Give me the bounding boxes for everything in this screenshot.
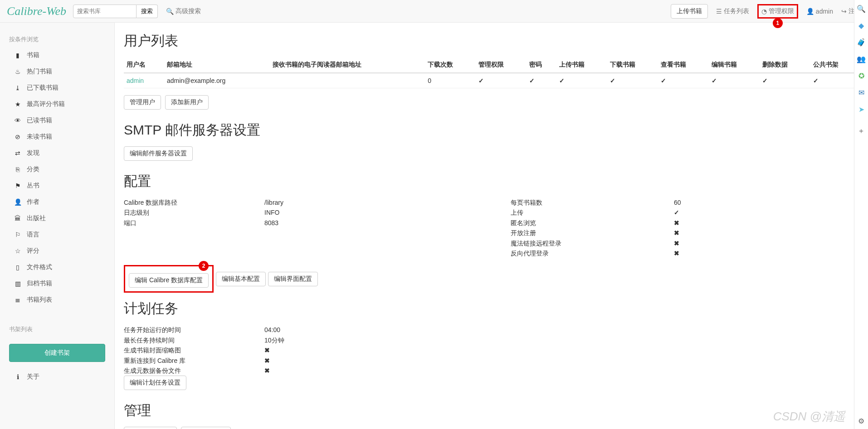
callout-badge-2: 2 xyxy=(199,261,209,271)
config-row: 匿名浏览 xyxy=(511,218,861,228)
config-row: 开放注册 xyxy=(511,228,861,238)
archive-icon: ▥ xyxy=(14,280,21,287)
config-row: 魔法链接远程登录 xyxy=(511,238,861,248)
user-label: admin xyxy=(816,8,833,15)
advanced-search-link[interactable]: 🔍 高级搜索 xyxy=(166,7,201,15)
config-row: 日志级别INFO xyxy=(124,207,474,217)
people-icon[interactable]: 👥 xyxy=(857,55,866,63)
send-icon[interactable]: ➤ xyxy=(858,105,864,114)
advanced-search-label: 高级搜索 xyxy=(176,7,201,15)
table-header: 下载次数 xyxy=(425,57,476,73)
check-icon xyxy=(661,77,666,84)
check-icon xyxy=(712,77,717,84)
edit-calibre-db-button[interactable]: 编辑 Calibre 数据库配置 xyxy=(129,273,209,288)
config-right-column: 每页书籍数60上传匿名浏览开放注册魔法链接远程登录反向代理登录 xyxy=(511,198,861,258)
scheduled-row: 最长任务持续时间10分钟 xyxy=(124,335,861,345)
sidebar-item-0[interactable]: ▮书籍 xyxy=(0,47,114,63)
sidebar-item-label: 已读书籍 xyxy=(27,116,52,125)
star-outline-icon: ☆ xyxy=(14,247,21,255)
edit-scheduled-button[interactable]: 编辑计划任务设置 xyxy=(124,376,186,390)
config-row: Calibre 数据库路径/library xyxy=(124,198,474,207)
cross-icon xyxy=(674,250,679,257)
user-link[interactable]: 👤admin xyxy=(806,8,833,15)
scheduled-row: 重新连接到 Calibre 库 xyxy=(124,356,861,366)
sidebar-item-12[interactable]: ☆评分 xyxy=(0,243,114,259)
admin-permissions-link[interactable]: ◔ 管理权限 1 xyxy=(757,4,798,19)
gear-icon[interactable]: ⚙ xyxy=(858,417,864,425)
fire-icon: ♨ xyxy=(14,68,21,75)
user-icon: 👤 xyxy=(806,8,814,15)
config-row: 上传 xyxy=(511,207,861,217)
table-header: 查看书籍 xyxy=(658,57,709,73)
top-header: Calibre-Web 搜索 🔍 高级搜索 上传书籍 ☰任务列表 ◔ 管理权限 … xyxy=(0,0,868,23)
config-row: 端口8083 xyxy=(124,218,474,228)
sidebar-item-label: 书籍 xyxy=(27,51,39,59)
edit-smtp-button[interactable]: 编辑邮件服务器设置 xyxy=(124,146,193,161)
logout-icon: ↪ xyxy=(841,8,847,15)
sidebar-item-13[interactable]: ▯文件格式 xyxy=(0,259,114,275)
table-row: adminadmin@example.org0 xyxy=(124,73,861,88)
brand-logo[interactable]: Calibre-Web xyxy=(7,5,66,18)
sidebar-item-label: 丛书 xyxy=(27,182,39,190)
flag-icon: ⚐ xyxy=(14,231,21,238)
sidebar-item-label: 归档书籍 xyxy=(27,280,52,288)
inbox-icon: ⎘ xyxy=(14,166,21,173)
header-right-group: 上传书籍 ☰任务列表 ◔ 管理权限 1 👤admin ↪注销 xyxy=(671,4,861,19)
check-icon xyxy=(610,77,615,84)
sidebar-item-11[interactable]: ⚐语言 xyxy=(0,227,114,243)
user-list-title: 用户列表 xyxy=(124,32,861,50)
sidebar-item-1[interactable]: ♨热门书籍 xyxy=(0,63,114,80)
edit-basic-config-button[interactable]: 编辑基本配置 xyxy=(216,272,266,286)
check-icon xyxy=(762,77,768,84)
table-header: 用户名 xyxy=(124,57,164,73)
sidebar-item-5[interactable]: ⊘未读书籍 xyxy=(0,129,114,145)
download-debug-button[interactable]: 下载 Debug 包 xyxy=(124,427,177,429)
check-icon xyxy=(674,209,679,216)
sidebar-item-label: 分类 xyxy=(27,165,39,174)
mail-icon[interactable]: ✉ xyxy=(858,88,864,97)
sidebar-item-6[interactable]: ⇄发现 xyxy=(0,145,114,161)
globe-icon[interactable]: ✪ xyxy=(858,72,864,80)
sidebar-item-label: 语言 xyxy=(27,231,39,239)
create-shelf-button[interactable]: 创建书架 xyxy=(9,344,105,362)
upload-book-button[interactable]: 上传书籍 xyxy=(671,4,708,19)
diamond-icon[interactable]: ◆ xyxy=(858,21,864,30)
config-left-column: Calibre 数据库路径/library日志级别INFO端口8083 xyxy=(124,198,474,258)
sidebar-item-4[interactable]: 👁已读书籍 xyxy=(0,112,114,129)
search-icon: 🔍 xyxy=(166,8,174,15)
user-table: 用户名邮箱地址接收书籍的电子阅读器邮箱地址下载次数管理权限密码上传书籍下载书籍查… xyxy=(124,57,861,88)
sidebar-shelf-heading: 书架列表 xyxy=(0,322,114,337)
sidebar-item-15[interactable]: ≣书籍列表 xyxy=(0,292,114,308)
briefcase-icon[interactable]: 🧳 xyxy=(857,38,866,47)
table-header: 接收书籍的电子阅读器邮箱地址 xyxy=(270,57,425,73)
user-link-cell[interactable]: admin xyxy=(124,73,164,88)
sidebar-item-8[interactable]: ⚑丛书 xyxy=(0,178,114,194)
admin-permissions-label: 管理权限 xyxy=(769,7,794,15)
sidebar-item-10[interactable]: 🏛出版社 xyxy=(0,210,114,227)
edit-ui-config-button[interactable]: 编辑界面配置 xyxy=(268,272,318,286)
cross-icon xyxy=(674,229,679,236)
sidebar-item-label: 书籍列表 xyxy=(27,296,52,304)
view-log-button[interactable]: 查看日志文件 xyxy=(181,427,231,429)
sidebar-item-3[interactable]: ★最高评分书籍 xyxy=(0,96,114,112)
book-icon: ▮ xyxy=(14,52,21,59)
list-icon: ≣ xyxy=(14,296,21,304)
table-header: 上传书籍 xyxy=(556,57,607,73)
dashboard-icon: ◔ xyxy=(761,8,767,15)
plus-icon[interactable]: ＋ xyxy=(858,126,865,136)
bookmark-icon: ⚑ xyxy=(14,182,21,189)
sidebar-item-2[interactable]: ⤓已下载书籍 xyxy=(0,80,114,96)
add-user-button[interactable]: 添加新用户 xyxy=(165,95,209,110)
task-list-link[interactable]: ☰任务列表 xyxy=(716,7,749,15)
search-icon[interactable]: 🔍 xyxy=(857,5,866,13)
sidebar-item-7[interactable]: ⎘分类 xyxy=(0,161,114,178)
search-button[interactable]: 搜索 xyxy=(137,5,158,18)
manage-users-button[interactable]: 管理用户 xyxy=(124,95,161,110)
table-header: 邮箱地址 xyxy=(164,57,270,73)
sidebar: 按条件浏览 ▮书籍♨热门书籍⤓已下载书籍★最高评分书籍👁已读书籍⊘未读书籍⇄发现… xyxy=(0,23,115,429)
download-icon: ⤓ xyxy=(14,84,21,92)
sidebar-item-9[interactable]: 👤作者 xyxy=(0,194,114,210)
sidebar-item-about[interactable]: ℹ关于 xyxy=(0,369,114,385)
search-input[interactable] xyxy=(73,5,137,18)
sidebar-item-14[interactable]: ▥归档书籍 xyxy=(0,275,114,292)
